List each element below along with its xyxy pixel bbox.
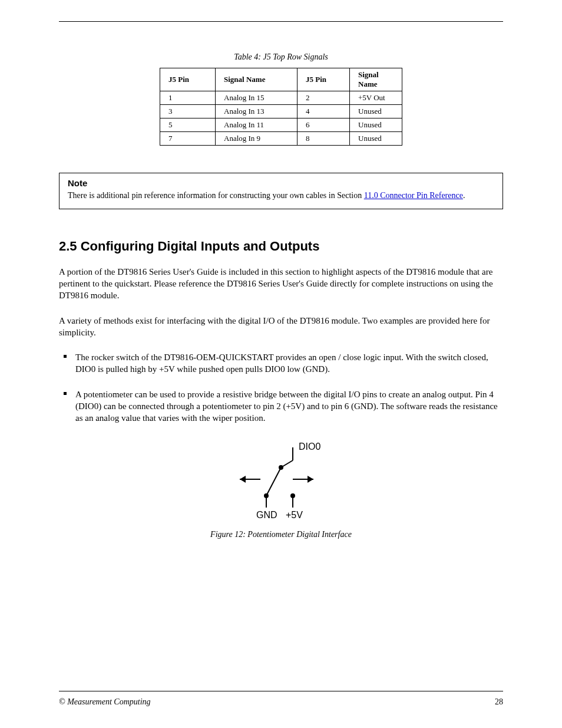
footer-page-number: 28 xyxy=(495,697,503,707)
svg-line-2 xyxy=(266,467,281,496)
switch-diagram-icon: DIO0 GND +5V xyxy=(210,437,352,525)
table-row: 1 Analog In 15 2 +5V Out xyxy=(160,91,402,105)
table-row: 3 Analog In 13 4 Unused xyxy=(160,105,402,118)
table-header: Signal Name xyxy=(350,68,402,91)
table-header: J5 Pin xyxy=(297,68,350,91)
bullet-list: The rocker switch of the DT9816-OEM-QUIC… xyxy=(59,351,503,424)
table-header-row: J5 Pin Signal Name J5 Pin Signal Name xyxy=(160,68,402,91)
table-row: 7 Analog In 9 8 Unused xyxy=(160,132,402,146)
figure-caption: Figure 12: Potentiometer Digital Interfa… xyxy=(59,530,503,539)
note-body: There is additional pin reference inform… xyxy=(68,191,465,200)
svg-point-3 xyxy=(279,465,283,470)
body-paragraph: A portion of the DT9816 Series User's Gu… xyxy=(59,266,503,302)
section-heading: 2.5 Configuring Digital Inputs and Outpu… xyxy=(59,239,503,254)
table-header: J5 Pin xyxy=(160,68,216,91)
table-row: 5 Analog In 11 6 Unused xyxy=(160,118,402,132)
table-header: Signal Name xyxy=(216,68,297,91)
diagram-label-gnd: GND xyxy=(256,510,277,520)
list-item: A potentiometer can be used to provide a… xyxy=(75,388,503,424)
svg-marker-9 xyxy=(240,476,246,483)
page-footer: © Measurement Computing 28 xyxy=(59,691,503,707)
figure: DIO0 GND +5V Figure 12: Potentiometer Di… xyxy=(59,437,503,539)
header-rule xyxy=(59,21,503,22)
body-paragraph: A variety of methods exist for interfaci… xyxy=(59,315,503,339)
footer-copyright: © Measurement Computing xyxy=(59,697,151,707)
table-caption: Table 4: J5 Top Row Signals xyxy=(59,52,503,62)
svg-marker-11 xyxy=(308,476,313,483)
diagram-label-5v: +5V xyxy=(286,510,303,520)
note-callout: Note There is additional pin reference i… xyxy=(59,173,503,209)
pinout-table: J5 Pin Signal Name J5 Pin Signal Name 1 … xyxy=(160,68,402,146)
note-lead: Note xyxy=(68,178,494,188)
diagram-label-dio: DIO0 xyxy=(299,442,320,452)
list-item: The rocker switch of the DT9816-OEM-QUIC… xyxy=(75,351,503,375)
note-crossref-link[interactable]: 11.0 Connector Pin Reference xyxy=(364,191,463,200)
